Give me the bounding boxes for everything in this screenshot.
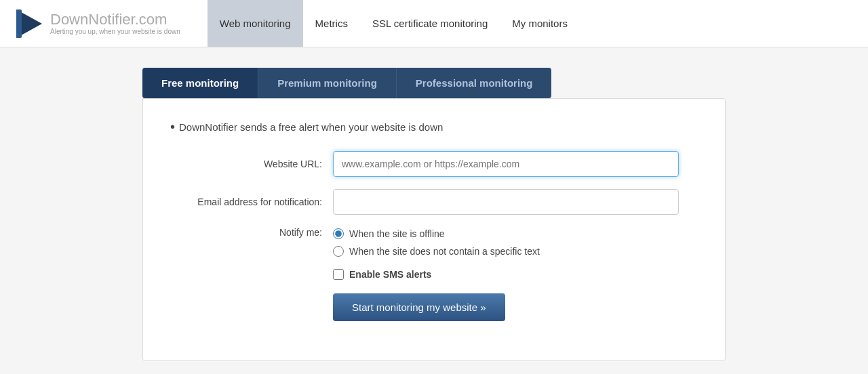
logo-icon xyxy=(14,8,45,39)
main-content: Free monitoring Premium monitoring Profe… xyxy=(129,68,739,361)
info-text: DownNotifier sends a free alert when you… xyxy=(170,119,698,135)
email-input[interactable] xyxy=(333,189,679,215)
notify-row: Notify me: When the site is offline When… xyxy=(170,227,698,257)
logo-title: DownNotifier.com xyxy=(50,12,180,28)
logo-subtitle: Alerting you up, when your website is do… xyxy=(50,28,180,35)
sms-label: Enable SMS alerts xyxy=(349,269,431,280)
email-row: Email address for notification: xyxy=(170,189,698,215)
submit-row: Start monitoring my website » xyxy=(170,293,698,321)
radio-offline[interactable]: When the site is offline xyxy=(333,228,540,239)
nav-my-monitors[interactable]: My monitors xyxy=(500,0,580,47)
nav-ssl-monitoring[interactable]: SSL certificate monitoring xyxy=(360,0,500,47)
radio-offline-input[interactable] xyxy=(333,228,344,239)
tab-premium-monitoring[interactable]: Premium monitoring xyxy=(258,68,397,98)
url-input[interactable] xyxy=(333,151,679,177)
email-label: Email address for notification: xyxy=(170,196,333,207)
url-label: Website URL: xyxy=(170,159,333,169)
tab-professional-monitoring[interactable]: Professional monitoring xyxy=(397,68,552,98)
radio-no-text-input[interactable] xyxy=(333,246,344,257)
sms-checkbox-label[interactable]: Enable SMS alerts xyxy=(333,269,431,280)
header: DownNotifier.com Alerting you up, when y… xyxy=(0,0,868,47)
sms-row: Enable SMS alerts xyxy=(170,269,698,280)
url-row: Website URL: xyxy=(170,151,698,177)
radio-group: When the site is offline When the site d… xyxy=(333,227,540,257)
form-card: DownNotifier sends a free alert when you… xyxy=(142,98,726,361)
logo-link[interactable]: DownNotifier.com Alerting you up, when y… xyxy=(14,8,180,39)
radio-no-text[interactable]: When the site does not contain a specifi… xyxy=(333,246,540,257)
radio-offline-label: When the site is offline xyxy=(349,228,445,239)
tab-free-monitoring[interactable]: Free monitoring xyxy=(142,68,258,98)
svg-rect-1 xyxy=(16,9,22,38)
sms-checkbox[interactable] xyxy=(333,269,344,280)
notify-label: Notify me: xyxy=(170,227,333,238)
submit-button[interactable]: Start monitoring my website » xyxy=(333,293,505,321)
main-nav: Web monitoring Metrics SSL certificate m… xyxy=(208,0,580,47)
nav-metrics[interactable]: Metrics xyxy=(303,0,360,47)
nav-web-monitoring[interactable]: Web monitoring xyxy=(208,0,303,47)
radio-no-text-label: When the site does not contain a specifi… xyxy=(349,246,540,257)
monitoring-tabs: Free monitoring Premium monitoring Profe… xyxy=(142,68,726,98)
